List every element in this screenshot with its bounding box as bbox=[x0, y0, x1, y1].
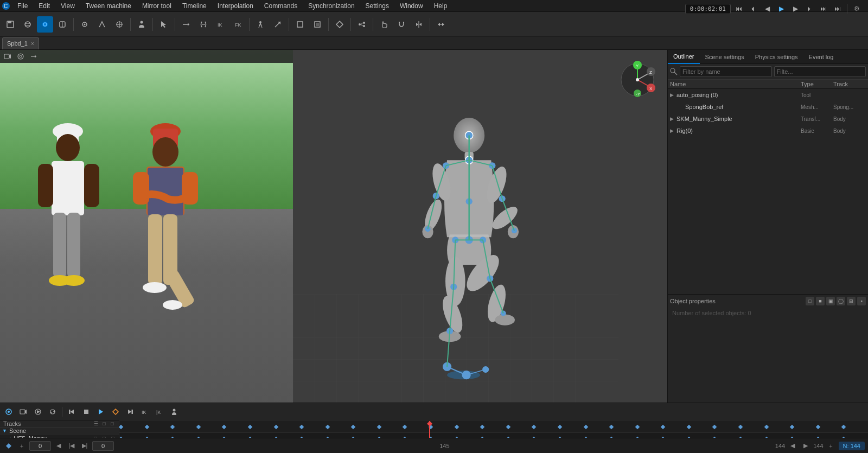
transport-next-frame-btn[interactable]: ▶ bbox=[789, 3, 801, 15]
outliner-item-rig[interactable]: ▶ Rig(0) Basic Body bbox=[668, 125, 868, 137]
toolbar-symmetry-btn[interactable] bbox=[411, 16, 427, 33]
tl-scene-btn[interactable] bbox=[2, 405, 15, 418]
tab-scene-settings[interactable]: Scene settings bbox=[700, 50, 750, 64]
toolbar-box-btn[interactable] bbox=[292, 16, 308, 33]
video-camera-btn[interactable] bbox=[2, 52, 13, 61]
tl-person-btn[interactable] bbox=[168, 405, 181, 418]
toolbar-cycle-btn[interactable] bbox=[195, 16, 212, 33]
toolbar-btn4[interactable] bbox=[54, 16, 71, 33]
tracks-settings-icon[interactable]: □ bbox=[101, 420, 107, 427]
outliner-item-manny[interactable]: ▶ SKM_Manny_Simple Transf... Body bbox=[668, 113, 868, 125]
viewport-3d[interactable]: Y X Z -Y bbox=[293, 50, 667, 403]
transport-rewind-btn[interactable]: ⏮ bbox=[733, 3, 745, 15]
menu-file[interactable]: File bbox=[12, 0, 33, 11]
menu-window[interactable]: Window bbox=[394, 0, 429, 11]
toolbar-ik-btn[interactable]: IK bbox=[213, 16, 229, 33]
tab-outliner[interactable]: Outliner bbox=[668, 50, 700, 64]
video-film-btn[interactable] bbox=[15, 52, 26, 61]
menu-mirror[interactable]: Mirror tool bbox=[137, 0, 177, 11]
menu-edit[interactable]: Edit bbox=[33, 0, 55, 11]
menu-commands[interactable]: Commands bbox=[259, 0, 303, 11]
transport-settings-btn[interactable]: ⚙ bbox=[851, 3, 863, 15]
scene-tab[interactable]: Spbd_1 × bbox=[2, 37, 39, 49]
menu-help[interactable]: Help bbox=[429, 0, 453, 11]
toolbar-save-btn[interactable] bbox=[2, 16, 18, 33]
toolbar-pen-btn[interactable] bbox=[94, 16, 110, 33]
tl-camera-btn[interactable] bbox=[17, 405, 30, 418]
toolbar-nodes-btn[interactable] bbox=[354, 16, 370, 33]
playhead[interactable] bbox=[429, 421, 430, 438]
outliner-filter-input2[interactable] bbox=[774, 66, 866, 77]
svg-marker-152 bbox=[99, 409, 103, 414]
tab-physics[interactable]: Physics settings bbox=[750, 50, 803, 64]
toolbar-transform-btn[interactable] bbox=[111, 16, 127, 33]
outliner-filter-input[interactable] bbox=[680, 66, 772, 77]
menu-settings[interactable]: Settings bbox=[360, 0, 394, 11]
props-icon-3[interactable]: ▣ bbox=[826, 297, 835, 305]
transport-prev-frame-btn[interactable]: ◀ bbox=[761, 3, 773, 15]
footer-plus-btn[interactable]: + bbox=[826, 441, 837, 451]
footer-frame-input[interactable] bbox=[29, 441, 51, 451]
tl-keyframe-btn[interactable] bbox=[109, 405, 122, 418]
menu-sync[interactable]: Synchronization bbox=[303, 0, 360, 11]
search-icon bbox=[670, 68, 678, 75]
footer-loop-input[interactable] bbox=[92, 441, 114, 451]
toolbar-orbit-btn[interactable] bbox=[20, 16, 36, 33]
tl-loop-btn[interactable] bbox=[46, 405, 59, 418]
toolbar-hand-btn[interactable] bbox=[376, 16, 392, 33]
outliner-item-spongbob[interactable]: SpongBob_ref Mesh... Spong... bbox=[668, 101, 868, 113]
footer-fwd-btn[interactable]: ▶ bbox=[800, 441, 811, 451]
transport-ffwd-btn[interactable]: ⏭ bbox=[818, 3, 829, 15]
footer-prev-frame-btn[interactable]: |◀ bbox=[66, 441, 77, 451]
toolbar-person-btn[interactable] bbox=[133, 16, 150, 33]
props-icon-6[interactable]: ▪ bbox=[857, 297, 866, 305]
tl-render-btn[interactable] bbox=[31, 405, 44, 418]
footer-next-frame-btn[interactable]: ▶| bbox=[79, 441, 90, 451]
tracks-collapse-icon[interactable]: □ bbox=[109, 420, 116, 427]
props-icon-2[interactable]: ■ bbox=[816, 297, 825, 305]
tl-play-btn[interactable] bbox=[94, 405, 107, 418]
transport-prev-btn[interactable]: ⏴ bbox=[747, 3, 759, 15]
tracks-add-icon[interactable]: ☰ bbox=[93, 420, 99, 427]
toolbar-cursor-btn[interactable] bbox=[156, 16, 172, 33]
footer-bar: + ◀ |◀ ▶| 145 144 ◀ ▶ 144 + N: 144 bbox=[0, 438, 868, 453]
transport-next-btn[interactable]: ⏵ bbox=[803, 3, 815, 15]
video-arrow-btn[interactable] bbox=[28, 52, 39, 61]
footer-add-btn[interactable]: + bbox=[16, 441, 27, 451]
toolbar-diamond-btn[interactable] bbox=[331, 16, 348, 33]
menu-tween[interactable]: Tween machine bbox=[80, 0, 137, 11]
timeline-ruler-area[interactable]: 0510152025303540455055606570758085909510… bbox=[119, 420, 868, 438]
toolbar-select-btn[interactable] bbox=[76, 16, 93, 33]
tl-forward-btn[interactable] bbox=[124, 405, 137, 418]
footer-key-btn[interactable] bbox=[3, 441, 14, 451]
toolbar-box2-btn[interactable] bbox=[309, 16, 326, 33]
svg-point-35 bbox=[363, 25, 365, 27]
toolbar-run-btn[interactable] bbox=[270, 16, 286, 33]
tl-ik-btn[interactable]: IK bbox=[138, 405, 151, 418]
tl-ik2-btn[interactable]: |K bbox=[153, 405, 166, 418]
scene-tab-close[interactable]: × bbox=[31, 41, 34, 47]
menu-timeline[interactable]: Timeline bbox=[177, 0, 212, 11]
toolbar-fk-btn[interactable]: FK bbox=[230, 16, 246, 33]
tl-stop-btn[interactable] bbox=[80, 405, 93, 418]
transport-end-btn[interactable]: ⏭ bbox=[832, 3, 844, 15]
footer-prev-key-btn[interactable]: ◀ bbox=[53, 441, 64, 451]
toolbar-active-btn[interactable] bbox=[37, 16, 53, 33]
outliner-item-autoposing[interactable]: ▶ auto_posing (0) Tool bbox=[668, 89, 868, 101]
props-icon-5[interactable]: ⊞ bbox=[847, 297, 856, 305]
props-icon-1[interactable]: □ bbox=[806, 297, 814, 305]
toolbar-arrows2-btn[interactable] bbox=[433, 16, 449, 33]
toolbar-walk-btn[interactable] bbox=[252, 16, 269, 33]
menu-interpolation[interactable]: Interpolation bbox=[212, 0, 259, 11]
tab-event-log[interactable]: Event log bbox=[803, 50, 839, 64]
toolbar-magnet-btn[interactable] bbox=[393, 16, 410, 33]
track-scene-row[interactable]: ▼ Scene bbox=[0, 428, 119, 435]
spbob-keyframe-lane bbox=[119, 433, 868, 438]
footer-back-btn[interactable]: ◀ bbox=[787, 441, 798, 451]
props-icon-4[interactable]: ◯ bbox=[837, 297, 845, 305]
transport-play-btn[interactable]: ▶ bbox=[775, 3, 787, 15]
menu-view[interactable]: View bbox=[55, 0, 80, 11]
tl-backward-btn[interactable] bbox=[65, 405, 78, 418]
toolbar-arrow-btn[interactable] bbox=[178, 16, 194, 33]
timeline-tracks-area[interactable] bbox=[119, 421, 868, 438]
